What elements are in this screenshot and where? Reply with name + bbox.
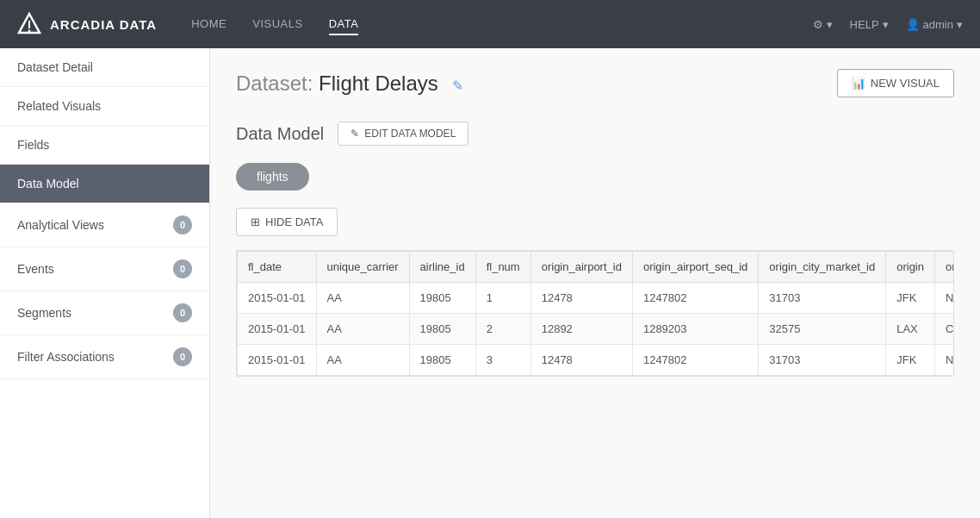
sidebar-label-analytical-views: Analytical Views (17, 218, 104, 232)
nav-home[interactable]: HOME (191, 14, 226, 35)
table-cell: 1 (475, 283, 530, 314)
topnav-right: ⚙ ▾ HELP ▾ 👤 admin ▾ (813, 18, 963, 31)
sidebar-label-filter-associations: Filter Associations (17, 350, 115, 364)
svg-point-2 (28, 30, 31, 33)
section-header: Data Model ✎ EDIT DATA MODEL (236, 122, 954, 146)
nav-data[interactable]: DATA (329, 14, 359, 35)
sidebar-label-fields: Fields (17, 138, 49, 152)
col-orig: orig (934, 252, 954, 283)
table-cell: 12892 (530, 314, 632, 345)
user-icon: 👤 (906, 18, 920, 31)
sidebar-badge-analytical-views: 0 (173, 215, 192, 234)
page-title-prefix: Dataset: (236, 72, 313, 95)
page-title-name: Flight Delays (319, 72, 438, 95)
sidebar-label-events: Events (17, 262, 54, 276)
logo-text: ARCADIA DATA (50, 17, 157, 32)
admin-caret: ▾ (957, 18, 963, 31)
edit-title-icon[interactable]: ✎ (452, 78, 463, 93)
sidebar-item-events[interactable]: Events 0 (0, 247, 209, 291)
col-origin-airport-seq-id: origin_airport_seq_id (632, 252, 758, 283)
col-unique-carrier: unique_carrier (316, 252, 409, 283)
admin-label: admin (923, 18, 953, 31)
edit-data-model-button[interactable]: ✎ EDIT DATA MODEL (338, 122, 468, 146)
table-cell: 1247802 (632, 283, 758, 314)
col-fl-date: fl_date (238, 252, 317, 283)
table-cell: LAX (886, 314, 935, 345)
sidebar-label-data-model: Data Model (17, 177, 79, 190)
table-cell: 12478 (530, 283, 632, 314)
section-title: Data Model (236, 124, 324, 144)
col-origin-airport-id: origin_airport_id (530, 252, 632, 283)
nav-visuals[interactable]: VISUALS (252, 14, 302, 35)
sidebar-item-fields[interactable]: Fields (0, 126, 209, 165)
table-cell: 19805 (409, 283, 475, 314)
data-table-wrapper: fl_date unique_carrier airline_id fl_num… (236, 250, 954, 377)
table-cell: 2015-01-01 (238, 283, 317, 314)
sidebar-label-dataset-detail: Dataset Detail (17, 60, 93, 74)
sidebar-item-analytical-views[interactable]: Analytical Views 0 (0, 203, 209, 247)
table-cell: 2015-01-01 (238, 314, 317, 345)
help-label: HELP (850, 18, 879, 31)
col-fl-num: fl_num (475, 252, 530, 283)
sidebar: Dataset Detail Related Visuals Fields Da… (0, 48, 210, 518)
sidebar-label-related-visuals: Related Visuals (17, 99, 101, 113)
table-cell: 32575 (759, 314, 886, 345)
table-body: 2015-01-01AA19805112478124780231703JFKNY… (238, 283, 955, 376)
help-menu[interactable]: HELP ▾ (850, 18, 889, 31)
sidebar-badge-segments: 0 (173, 303, 192, 322)
table-cell: AA (316, 345, 409, 376)
new-visual-button[interactable]: 📊 NEW VISUAL (837, 69, 954, 97)
table-cell: 31703 (759, 345, 886, 376)
page-title: Dataset: Flight Delays ✎ (236, 72, 463, 96)
nav-links: HOME VISUALS DATA (191, 14, 812, 35)
sidebar-item-segments[interactable]: Segments 0 (0, 291, 209, 335)
table-row: 2015-01-01AA19805312478124780231703JFKNY (238, 345, 955, 376)
table-row: 2015-01-01AA19805112478124780231703JFKNY (238, 283, 955, 314)
hide-data-label: HIDE DATA (265, 215, 323, 228)
settings-menu[interactable]: ⚙ ▾ (813, 18, 833, 31)
new-visual-label: NEW VISUAL (871, 77, 940, 90)
data-table: fl_date unique_carrier airline_id fl_num… (237, 251, 954, 376)
bar-chart-icon: 📊 (852, 77, 865, 90)
col-origin: origin (886, 252, 935, 283)
sidebar-item-dataset-detail[interactable]: Dataset Detail (0, 48, 209, 87)
col-airline-id: airline_id (409, 252, 475, 283)
table-cell: 3 (475, 345, 530, 376)
flights-pill[interactable]: flights (236, 163, 309, 190)
page-header: Dataset: Flight Delays ✎ 📊 NEW VISUAL (236, 69, 954, 97)
gear-icon: ⚙ (813, 18, 823, 31)
table-cell: 2 (475, 314, 530, 345)
admin-menu[interactable]: 👤 admin ▾ (906, 18, 963, 31)
table-cell: NY (934, 283, 954, 314)
flights-area: flights (236, 163, 954, 190)
edit-model-label: EDIT DATA MODEL (364, 128, 456, 140)
edit-icon: ✎ (350, 128, 359, 140)
sidebar-item-related-visuals[interactable]: Related Visuals (0, 87, 209, 126)
table-cell: 19805 (409, 314, 475, 345)
table-cell: 1289203 (632, 314, 758, 345)
table-cell: 2015-01-01 (238, 345, 317, 376)
table-cell: 19805 (409, 345, 475, 376)
table-cell: JFK (886, 283, 935, 314)
col-origin-city-market-id: origin_city_market_id (759, 252, 886, 283)
table-header: fl_date unique_carrier airline_id fl_num… (238, 252, 955, 283)
hide-data-button[interactable]: ⊞ HIDE DATA (236, 208, 338, 236)
sidebar-item-filter-associations[interactable]: Filter Associations 0 (0, 335, 209, 379)
table-cell: 12478 (530, 345, 632, 376)
table-cell: 31703 (759, 283, 886, 314)
gear-caret: ▾ (827, 18, 833, 31)
sidebar-item-data-model[interactable]: Data Model (0, 165, 209, 203)
main-content: Dataset: Flight Delays ✎ 📊 NEW VISUAL Da… (210, 48, 980, 518)
help-caret: ▾ (883, 18, 889, 31)
table-cell: AA (316, 314, 409, 345)
table-cell: 1247802 (632, 345, 758, 376)
sidebar-badge-events: 0 (173, 259, 192, 278)
table-cell: AA (316, 283, 409, 314)
table-icon: ⊞ (251, 215, 260, 228)
table-cell: NY (934, 345, 954, 376)
top-navigation: ARCADIA DATA HOME VISUALS DATA ⚙ ▾ HELP … (0, 0, 980, 48)
table-row: 2015-01-01AA19805212892128920332575LAXCA (238, 314, 955, 345)
sidebar-badge-filter-associations: 0 (173, 347, 192, 366)
logo: ARCADIA DATA (17, 12, 157, 36)
table-cell: CA (934, 314, 954, 345)
